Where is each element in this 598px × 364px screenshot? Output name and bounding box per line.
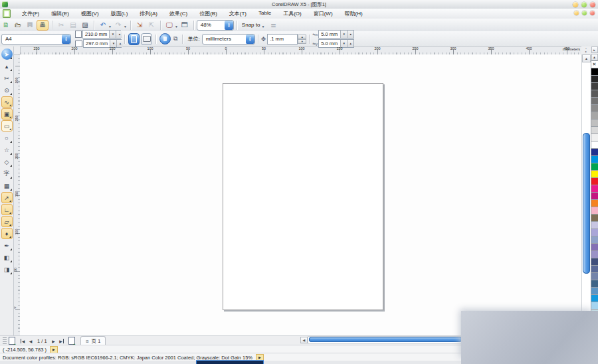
page-size-combo[interactable]: A4 ▲▼ <box>1 34 71 45</box>
snap-to-label[interactable]: Snap to <box>242 22 260 28</box>
menu-item-12[interactable]: 帮助(H) <box>339 9 369 19</box>
page-size-combo-arrows-icon[interactable]: ▲▼ <box>62 35 70 44</box>
open-button[interactable]: 🗁 <box>13 20 23 30</box>
color-swatch-25[interactable] <box>591 244 598 250</box>
last-page-button[interactable]: ▶ <box>58 337 66 345</box>
vertical-scroll-thumb[interactable] <box>583 133 590 274</box>
close-button[interactable] <box>590 2 595 7</box>
zoom-tool[interactable]: ⊙ <box>1 84 13 96</box>
color-swatch-29[interactable] <box>591 273 598 280</box>
color-swatch-1[interactable] <box>591 68 598 75</box>
connector-tool[interactable]: ∟ <box>1 204 13 215</box>
color-swatch-5[interactable] <box>591 98 598 104</box>
interactive-fill-tool[interactable]: ◨ <box>1 264 13 275</box>
menu-item-5[interactable]: 排列(A) <box>134 9 163 19</box>
table-tool[interactable]: ▦ <box>1 180 13 191</box>
color-swatch-26[interactable] <box>591 251 598 258</box>
color-swatch-4[interactable] <box>591 90 598 97</box>
rectangle-tool[interactable]: ▭ <box>1 120 13 132</box>
color-swatch-30[interactable] <box>591 280 598 287</box>
duplicate-x-field[interactable]: 5.0 mm ▼▲ <box>318 30 354 39</box>
dimension-tool[interactable]: ↗ <box>1 192 13 203</box>
palette-flyout-button[interactable]: ▸ <box>591 46 598 53</box>
zoom-combo-arrows-icon[interactable]: ▲▼ <box>225 21 233 30</box>
menu-item-4[interactable]: 版面(L) <box>105 9 134 19</box>
paper-width-field[interactable]: 210.0 mm ▼▲ <box>82 30 121 39</box>
import-button[interactable]: ⇲ <box>134 20 145 30</box>
color-swatch-28[interactable] <box>591 266 598 272</box>
color-swatch-18[interactable] <box>591 193 598 199</box>
doc-restore-button[interactable] <box>582 11 587 15</box>
nudge-spinner[interactable]: ▲▼ <box>298 35 306 44</box>
menu-item-11[interactable]: 窗口(W) <box>308 9 339 19</box>
color-swatch-3[interactable] <box>591 83 598 90</box>
new-document-button[interactable]: 🗎 <box>1 20 11 30</box>
doc-close-button[interactable] <box>590 11 595 15</box>
snap-to-dropdown-arrow[interactable]: ▼ <box>261 25 264 29</box>
outline-pen-tool[interactable]: ✒ <box>1 240 13 251</box>
first-page-button[interactable]: ◀ <box>19 337 27 345</box>
menu-item-8[interactable]: 文本(T) <box>223 9 252 19</box>
fill-tool[interactable]: ◧ <box>1 252 13 263</box>
doc-minimize-button[interactable] <box>574 11 579 15</box>
color-swatch-32[interactable] <box>591 295 598 302</box>
cut-button[interactable]: ✂ <box>56 20 66 30</box>
scroll-up-arrow[interactable]: ▲ <box>582 54 591 62</box>
units-combo[interactable]: millimeters ▲▼ <box>202 34 255 45</box>
menu-item-1[interactable]: 文件(F) <box>16 9 45 19</box>
smart-fill-tool[interactable]: ▣ <box>1 108 13 120</box>
page-tab[interactable]: 🗎 页 1 <box>80 336 106 345</box>
undo-dropdown-arrow[interactable]: ▼ <box>108 25 112 29</box>
zoom-level-combo[interactable]: 48% ▲▼ <box>197 20 234 31</box>
copy-button[interactable]: ▤ <box>68 20 78 30</box>
basic-shapes-tool[interactable]: ◇ <box>1 156 13 167</box>
units-combo-arrows-icon[interactable]: ▲▼ <box>246 35 254 44</box>
document-icon[interactable] <box>3 9 11 18</box>
redo-dropdown-arrow[interactable]: ▼ <box>124 25 127 29</box>
toolbar-drag-handle[interactable] <box>3 337 7 344</box>
color-swatch-8[interactable] <box>591 120 598 126</box>
color-swatch-10[interactable] <box>591 134 598 141</box>
options-button[interactable]: ⚌ <box>268 20 278 30</box>
color-swatch-19[interactable] <box>591 200 598 207</box>
shape-tool[interactable]: ▴ <box>1 60 13 72</box>
launcher-dropdown-arrow[interactable]: ▼ <box>175 25 178 29</box>
horizontal-scroll-thumb[interactable] <box>309 337 462 342</box>
color-swatch-22[interactable] <box>591 222 598 228</box>
color-swatch-2[interactable] <box>591 76 598 82</box>
text-tool[interactable]: 字 <box>1 168 13 179</box>
undo-button[interactable]: ↶ <box>98 20 108 30</box>
color-swatch-27[interactable] <box>591 258 598 265</box>
landscape-button[interactable] <box>141 33 152 45</box>
menu-item-6[interactable]: 效果(C) <box>163 9 193 19</box>
minimize-button[interactable] <box>573 2 578 7</box>
color-swatch-33[interactable] <box>591 302 598 309</box>
blend-tool[interactable]: ▱ <box>1 216 13 227</box>
duplicate-x-spinner[interactable]: ▼▲ <box>340 31 353 38</box>
welcome-screen-button[interactable]: 🗔 <box>179 20 190 30</box>
color-swatch-21[interactable] <box>591 215 598 221</box>
pick-tool[interactable]: ➤ <box>1 48 13 60</box>
color-swatch-11[interactable] <box>591 141 598 148</box>
export-button[interactable]: ⇱ <box>146 20 157 30</box>
drawing-canvas[interactable] <box>20 54 581 335</box>
add-page-after-button[interactable] <box>68 337 75 345</box>
color-swatch-14[interactable] <box>591 163 598 170</box>
menu-item-10[interactable]: 工具(O) <box>277 9 308 19</box>
nudge-offset-field[interactable]: .1 mm <box>267 34 298 45</box>
color-swatch-31[interactable] <box>591 288 598 294</box>
menu-item-9[interactable]: Table <box>252 9 277 19</box>
polygon-tool[interactable]: ☆ <box>1 144 13 155</box>
add-page-before-button[interactable] <box>9 337 15 345</box>
color-swatch-15[interactable] <box>591 171 598 177</box>
color-swatch-7[interactable] <box>591 112 598 119</box>
maximize-button[interactable] <box>581 2 587 7</box>
portrait-button[interactable] <box>128 33 140 45</box>
color-eyedropper-tool[interactable]: ♦ <box>1 228 13 239</box>
menu-item-2[interactable]: 编辑(E) <box>45 9 75 19</box>
scroll-left-arrow[interactable]: ◀ <box>300 337 308 343</box>
color-swatch-23[interactable] <box>591 229 598 236</box>
color-swatch-13[interactable] <box>591 156 598 163</box>
color-swatch-20[interactable] <box>591 207 598 214</box>
color-swatch-24[interactable] <box>591 236 598 243</box>
